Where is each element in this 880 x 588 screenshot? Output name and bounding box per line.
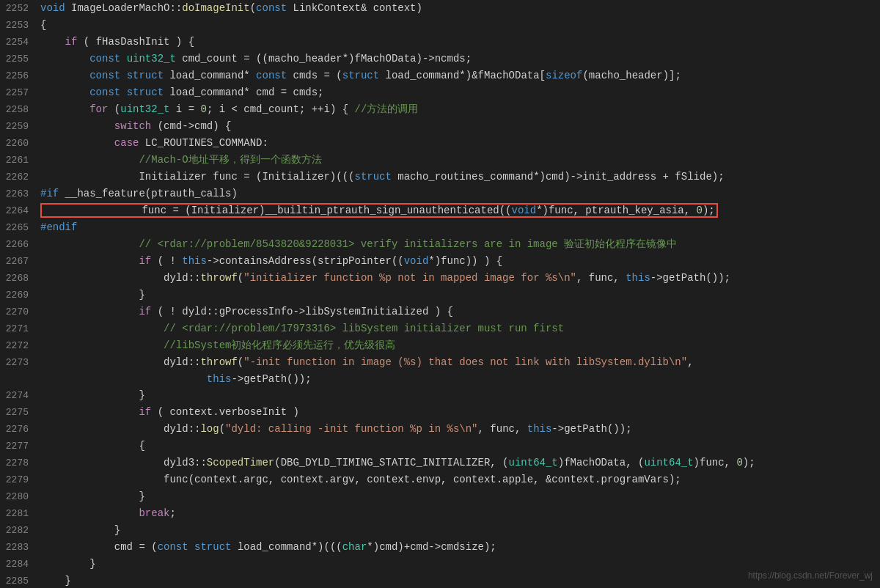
- line-content: if ( fHasDashInit ) {: [40, 34, 880, 50]
- line-content: dyld::log("dyld: calling -init function …: [40, 421, 880, 437]
- code-line: 2270 if ( ! dyld::gProcessInfo->libSyste…: [0, 304, 880, 320]
- code-line: 2277 {: [0, 438, 880, 455]
- line-number: 2269: [0, 287, 40, 304]
- line-content: }: [40, 556, 880, 572]
- line-content: #endif: [40, 219, 880, 235]
- code-line: 2260 case LC_ROUTINES_COMMAND:: [0, 135, 880, 152]
- line-number: 2272: [0, 338, 40, 354]
- line-number: 2283: [0, 540, 40, 556]
- line-number: 2259: [0, 119, 40, 135]
- line-number: 2258: [0, 102, 40, 118]
- line-content: {: [40, 438, 880, 454]
- line-number: 2265: [0, 220, 40, 236]
- watermark: https://blog.csdn.net/Forever_wj: [748, 570, 873, 581]
- code-line: 2257 const struct load_command* cmd = cm…: [0, 84, 880, 101]
- code-line: 2262 Initializer func = (Initializer)(((…: [0, 169, 880, 185]
- line-content: #if __has_feature(ptrauth_calls): [40, 185, 880, 202]
- code-line: 2274 }: [0, 387, 880, 404]
- line-number: 2285: [0, 573, 40, 588]
- line-content: for (uint32_t i = 0; i < cmd_count; ++i)…: [40, 101, 880, 117]
- line-number: 2273: [0, 355, 40, 371]
- line-number: 2253: [0, 18, 40, 34]
- code-line: this->getPath());: [0, 371, 880, 387]
- line-content: cmd = (const struct load_command*)(((cha…: [40, 539, 880, 555]
- line-number: 2261: [0, 152, 40, 169]
- code-line: 2253{: [0, 17, 880, 34]
- line-content: }: [40, 522, 880, 538]
- line-number: 2278: [0, 455, 40, 471]
- code-line: 2259 switch (cmd->cmd) {: [0, 118, 880, 135]
- line-content: if ( context.verboseInit ): [40, 404, 880, 420]
- code-line: 2283 cmd = (const struct load_command*)(…: [0, 539, 880, 556]
- code-line: 2272 //libSystem初始化程序必须先运行，优先级很高: [0, 337, 880, 354]
- code-line: 2275 if ( context.verboseInit ): [0, 404, 880, 421]
- line-content: if ( ! dyld::gProcessInfo->libSystemInit…: [40, 304, 880, 320]
- line-content: dyld::throwf("initializer function %p no…: [40, 270, 880, 286]
- code-line: 2278 dyld3::ScopedTimer(DBG_DYLD_TIMING_…: [0, 455, 880, 471]
- line-content: {: [40, 17, 880, 33]
- line-content: Initializer func = (Initializer)(((struc…: [40, 169, 880, 185]
- code-line: 2273 dyld::throwf("-init function in ima…: [0, 354, 880, 371]
- line-content: if ( ! this->containsAddress(stripPointe…: [40, 253, 880, 269]
- line-content: //Mach-O地址平移，得到一个函数方法: [40, 152, 880, 168]
- code-line: 2279 func(context.argc, context.argv, co…: [0, 471, 880, 488]
- line-content: this->getPath());: [40, 371, 880, 387]
- line-number: 2264: [0, 203, 40, 219]
- line-number: 2268: [0, 271, 40, 287]
- code-line: 2269 }: [0, 287, 880, 304]
- line-number: 2281: [0, 506, 40, 522]
- line-content: // <rdar://problem/17973316> libSystem i…: [40, 320, 880, 337]
- line-number: 2274: [0, 388, 40, 404]
- code-line: 2266 // <rdar://problem/8543820&9228031>…: [0, 236, 880, 253]
- highlighted-code: func = (Initializer)__builtin_ptrauth_si…: [40, 203, 718, 218]
- line-number: 2263: [0, 186, 40, 202]
- line-content: }: [40, 287, 880, 303]
- line-content: func(context.argc, context.argv, context…: [40, 471, 880, 488]
- line-number: 2280: [0, 489, 40, 505]
- line-number: 2282: [0, 523, 40, 539]
- line-number: 2255: [0, 51, 40, 67]
- line-number: 2262: [0, 169, 40, 185]
- line-number: 2275: [0, 405, 40, 421]
- line-content: // <rdar://problem/8543820&9228031> veri…: [40, 236, 880, 252]
- line-content: dyld3::ScopedTimer(DBG_DYLD_TIMING_STATI…: [40, 455, 880, 471]
- line-number: 2257: [0, 85, 40, 101]
- code-line: 2254 if ( fHasDashInit ) {: [0, 34, 880, 51]
- line-content: dyld::throwf("-init function in image (%…: [40, 354, 880, 370]
- code-line: 2276 dyld::log("dyld: calling -init func…: [0, 421, 880, 438]
- code-line: 2282 }: [0, 522, 880, 539]
- line-content: const struct load_command* const cmds = …: [40, 67, 880, 84]
- line-number: 2284: [0, 556, 40, 573]
- line-number: 2271: [0, 321, 40, 337]
- code-line: 2252void ImageLoaderMachO::doImageInit(c…: [0, 0, 880, 17]
- code-line: 2281 break;: [0, 505, 880, 522]
- line-content: }: [40, 488, 880, 504]
- line-number: 2260: [0, 136, 40, 152]
- line-number: 2254: [0, 34, 40, 51]
- line-content: switch (cmd->cmd) {: [40, 118, 880, 134]
- line-content: const struct load_command* cmd = cmds;: [40, 84, 880, 100]
- code-viewer: 2252void ImageLoaderMachO::doImageInit(c…: [0, 0, 880, 588]
- code-line: 2267 if ( ! this->containsAddress(stripP…: [0, 253, 880, 270]
- line-content: void ImageLoaderMachO::doImageInit(const…: [40, 0, 880, 16]
- line-number: 2266: [0, 237, 40, 253]
- line-content: }: [40, 387, 880, 403]
- code-line: 2256 const struct load_command* const cm…: [0, 67, 880, 84]
- line-number: 2270: [0, 304, 40, 320]
- code-line: 2255 const uint32_t cmd_count = ((macho_…: [0, 51, 880, 67]
- code-line: 2264 func = (Initializer)__builtin_ptrau…: [0, 202, 880, 219]
- line-number: 2267: [0, 254, 40, 270]
- code-line: 2271 // <rdar://problem/17973316> libSys…: [0, 320, 880, 337]
- code-line: 2261 //Mach-O地址平移，得到一个函数方法: [0, 152, 880, 169]
- code-line: 2280 }: [0, 488, 880, 505]
- code-line: 2258 for (uint32_t i = 0; i < cmd_count;…: [0, 101, 880, 118]
- line-number: 2252: [0, 1, 40, 17]
- line-content: const uint32_t cmd_count = ((macho_heade…: [40, 51, 880, 67]
- code-line: 2268 dyld::throwf("initializer function …: [0, 270, 880, 287]
- line-content: case LC_ROUTINES_COMMAND:: [40, 135, 880, 151]
- line-content: func = (Initializer)__builtin_ptrauth_si…: [40, 202, 880, 218]
- line-content: break;: [40, 505, 880, 521]
- line-content: //libSystem初始化程序必须先运行，优先级很高: [40, 337, 880, 353]
- line-number: 2256: [0, 68, 40, 84]
- line-number: 2279: [0, 472, 40, 488]
